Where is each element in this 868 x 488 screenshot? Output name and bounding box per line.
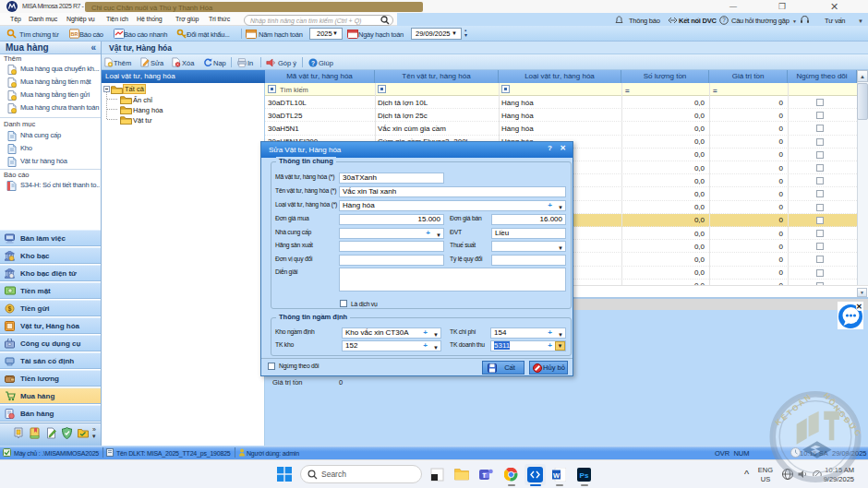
svg-text:Ps: Ps — [580, 471, 589, 480]
svg-text:?: ? — [722, 17, 726, 23]
svg-text:W: W — [553, 471, 561, 480]
svg-text:?: ? — [311, 60, 315, 66]
svg-text:BR: BR — [71, 31, 78, 37]
svg-text:T: T — [482, 472, 487, 479]
svg-text:$: $ — [8, 305, 12, 313]
